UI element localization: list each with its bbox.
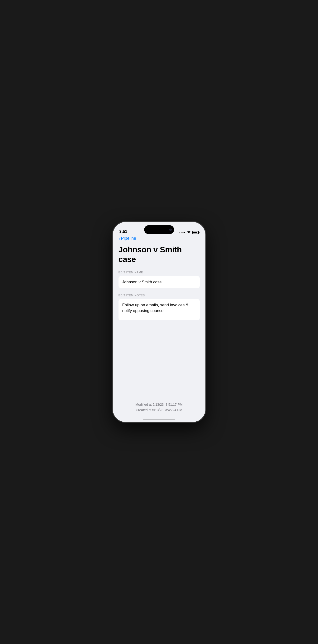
back-chevron-icon: ‹ (118, 236, 120, 241)
bottom-info: Modified at 5/13/23, 3:51:17 PM Created … (113, 398, 205, 422)
back-navigation[interactable]: ‹ Pipeline (118, 236, 200, 241)
name-field-section: EDIT ITEM NAME (118, 271, 200, 288)
signal-strength (179, 232, 185, 233)
status-time: 3:51 (119, 229, 127, 234)
back-label: Pipeline (121, 236, 136, 241)
signal-dot-2 (181, 232, 182, 233)
main-content: ‹ Pipeline Johnson v Smith case EDIT ITE… (113, 236, 205, 422)
battery-icon (192, 231, 199, 234)
phone-frame: 3:51 (113, 222, 205, 422)
name-input[interactable] (118, 276, 200, 288)
notes-field-section: EDIT ITEM NOTES (118, 294, 200, 321)
home-indicator[interactable] (143, 419, 175, 420)
notes-field-label: EDIT ITEM NOTES (118, 294, 200, 297)
dynamic-island (144, 225, 174, 234)
wifi-icon (187, 231, 191, 234)
page-title: Johnson v Smith case (118, 245, 200, 264)
signal-dot-1 (179, 232, 180, 233)
camera (169, 228, 172, 231)
signal-dot-4 (184, 232, 185, 233)
signal-dot-3 (182, 232, 184, 233)
status-icons (179, 231, 199, 234)
created-timestamp: Created at 5/13/23, 3:45:24 PM (118, 407, 200, 412)
phone-screen: 3:51 (113, 222, 205, 422)
battery-fill (193, 232, 197, 233)
notes-textarea[interactable] (118, 299, 200, 320)
name-field-label: EDIT ITEM NAME (118, 271, 200, 274)
modified-timestamp: Modified at 5/13/23, 3:51:17 PM (118, 402, 200, 407)
